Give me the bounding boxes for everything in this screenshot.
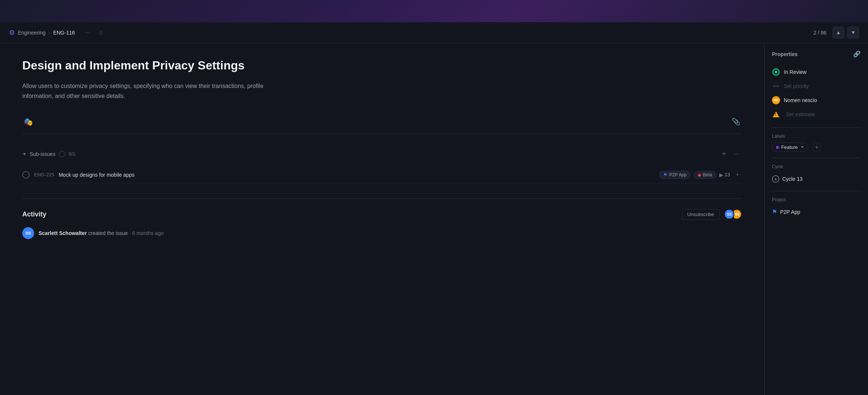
assignee-icon: NN xyxy=(772,96,780,104)
svg-point-0 xyxy=(59,151,65,157)
project-icon: ⚑ xyxy=(772,208,777,215)
cycle-row[interactable]: Cycle 13 xyxy=(772,173,861,185)
activity-action: created the issue · xyxy=(88,230,132,236)
assign-sub-issue-button[interactable]: ✦ xyxy=(733,170,742,179)
sub-issues-header: ▼ Sub-issues 0/1 + ··· xyxy=(22,146,742,162)
sub-issues-left: ▼ Sub-issues 0/1 xyxy=(22,150,75,158)
add-sub-issue-button[interactable]: + xyxy=(719,149,729,159)
header-left: ⚙ Engineering › ENG-116 ··· ☆ xyxy=(9,27,813,38)
header-right: 2 / 86 ▲ ▼ xyxy=(813,27,859,39)
labels-section: Labels Feature + xyxy=(772,134,861,152)
attachment-button[interactable]: 📎 xyxy=(730,116,742,128)
estimate-icon xyxy=(772,110,780,118)
warning-triangle-icon xyxy=(773,111,779,117)
activity-header: Activity Unsubscribe SS NN xyxy=(22,209,742,220)
play-icon: ▶ xyxy=(719,172,723,178)
label-chevron-icon xyxy=(801,146,804,148)
divider-2 xyxy=(772,158,861,158)
main-panel: Design and Implement Privacy Settings Al… xyxy=(0,43,764,395)
sub-issues-actions: + ··· xyxy=(719,149,742,159)
activity-author-avatar: SS xyxy=(22,227,34,239)
estimate-label: Set estimate xyxy=(786,111,815,117)
cycle-section: Cycle Cycle 13 xyxy=(772,164,861,185)
cycle-icon xyxy=(772,175,779,183)
assignee-label: Nomen nescio xyxy=(784,97,817,103)
toolbar-row: 🎭 📎 xyxy=(22,116,742,134)
priority-label: Set priority xyxy=(784,83,809,89)
project-name: P2P App xyxy=(780,209,800,215)
p2p-icon: ⚑ xyxy=(663,172,667,177)
header: ⚙ Engineering › ENG-116 ··· ☆ 2 / 86 ▲ ▼ xyxy=(0,22,868,43)
panel-header: Properties 🔗 xyxy=(772,50,861,58)
tag-label: Beta xyxy=(703,172,712,177)
status-icon xyxy=(772,68,780,76)
content-area: Design and Implement Privacy Settings Al… xyxy=(0,43,868,395)
toolbar-left: 🎭 xyxy=(22,116,34,128)
cycle-num: 13 xyxy=(725,172,730,177)
top-bar xyxy=(0,0,868,22)
breadcrumb-separator: › xyxy=(49,30,50,36)
unsubscribe-button[interactable]: Unsubscribe xyxy=(682,209,720,220)
sub-issue-tags: ⚑ P2P App ◆ Beta ▶ 13 ✦ xyxy=(659,170,742,179)
sub-issues-label[interactable]: Sub-issues xyxy=(30,151,55,157)
link-icon[interactable]: 🔗 xyxy=(853,50,861,58)
activity-title: Activity xyxy=(22,210,46,218)
avatar-group: SS NN xyxy=(724,209,742,219)
sub-issue-title[interactable]: Mock up designs for mobile apps xyxy=(59,172,655,178)
activity-time: 6 months ago xyxy=(132,230,164,236)
chevron-up-icon: ▲ xyxy=(836,30,841,35)
estimate-row[interactable]: Set estimate xyxy=(772,107,861,121)
project-section: Project ⚑ P2P App xyxy=(772,197,861,218)
sub-issues-count: 0/1 xyxy=(69,151,75,157)
feature-label-badge[interactable]: Feature xyxy=(772,143,808,152)
beta-icon: ◆ xyxy=(698,172,701,177)
star-button[interactable]: ☆ xyxy=(96,27,106,38)
header-actions: ··· ☆ xyxy=(82,27,106,38)
breadcrumb: ⚙ Engineering › ENG-116 xyxy=(9,29,75,37)
sub-issue-status-icon xyxy=(22,171,30,179)
activity-item: SS Scarlett Schowalter created the issue… xyxy=(22,227,742,239)
nav-up-button[interactable]: ▲ xyxy=(832,27,844,39)
panel-title: Properties xyxy=(772,51,798,57)
gear-icon: ⚙ xyxy=(9,29,15,37)
project-row[interactable]: ⚑ P2P App xyxy=(772,206,861,218)
priority-icon xyxy=(772,82,780,90)
activity-author-name: Scarlett Schowalter xyxy=(39,230,87,236)
activity-actions: Unsubscribe SS NN xyxy=(682,209,742,220)
nav-down-button[interactable]: ▼ xyxy=(847,27,859,39)
emoji-icon: 🎭 xyxy=(24,117,33,126)
issue-title: Design and Implement Privacy Settings xyxy=(22,58,742,74)
labels-row: Feature + xyxy=(772,143,861,152)
labels-section-title: Labels xyxy=(772,134,861,139)
project-section-title: Project xyxy=(772,197,861,202)
status-row[interactable]: In Review xyxy=(772,65,861,79)
sub-issues-more-button[interactable]: ··· xyxy=(731,149,742,159)
cycle-name: Cycle 13 xyxy=(782,176,802,182)
priority-row[interactable]: Set priority xyxy=(772,79,861,93)
feature-label-dot xyxy=(776,146,779,149)
right-panel: Properties 🔗 In Review Set priority xyxy=(764,43,868,395)
breadcrumb-current: ENG-116 xyxy=(53,30,75,36)
sub-issue-item: ENG-225 Mock up designs for mobile apps … xyxy=(22,167,742,183)
divider-1 xyxy=(772,127,861,128)
divider-3 xyxy=(772,191,861,191)
assignee-row[interactable]: NN Nomen nescio xyxy=(772,93,861,107)
status-label: In Review xyxy=(784,69,806,75)
sub-issues-chevron: ▼ xyxy=(22,151,27,157)
activity-text: Scarlett Schowalter created the issue · … xyxy=(39,230,164,236)
chevron-down-icon: ▼ xyxy=(851,30,855,35)
cycle-section-title: Cycle xyxy=(772,164,861,169)
breadcrumb-parent[interactable]: Engineering xyxy=(18,30,46,36)
issue-description: Allow users to customize privacy setting… xyxy=(22,81,274,101)
assignee-avatar: NN xyxy=(772,96,780,104)
tag-p2p-app[interactable]: ⚑ P2P App xyxy=(659,171,691,179)
feature-label-text: Feature xyxy=(781,144,798,150)
emoji-button[interactable]: 🎭 xyxy=(22,116,34,128)
more-button[interactable]: ··· xyxy=(82,27,93,38)
person-icon: ✦ xyxy=(736,172,739,177)
sub-issue-id: ENG-225 xyxy=(34,172,54,177)
add-label-button[interactable]: + xyxy=(812,143,821,152)
attachment-icon: 📎 xyxy=(732,118,740,126)
tag-beta[interactable]: ◆ Beta xyxy=(694,171,716,179)
progress-ring xyxy=(58,150,66,158)
